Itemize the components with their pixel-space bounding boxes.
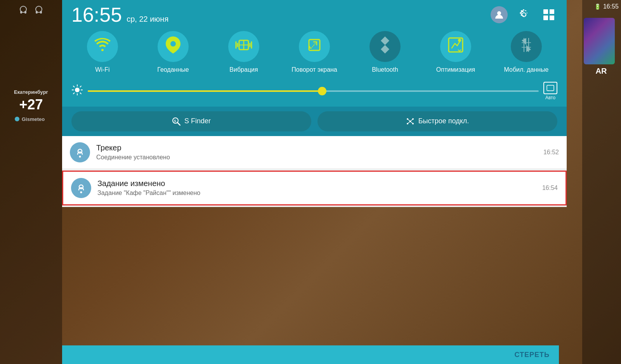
svg-line-24 bbox=[80, 93, 82, 94]
toggle-geodata[interactable]: Геоданные bbox=[142, 31, 204, 74]
qs-brightness: Авто bbox=[71, 82, 557, 100]
wifi-icon bbox=[94, 38, 111, 55]
toggle-label-geodata: Геоданные bbox=[157, 66, 189, 74]
svg-point-6 bbox=[15, 117, 19, 121]
toggle-circle-wifi bbox=[87, 31, 118, 62]
notif-time-tracker: 16:52 bbox=[543, 149, 559, 156]
toggle-optimization[interactable]: Оптимизация bbox=[425, 31, 487, 74]
svg-line-41 bbox=[410, 121, 413, 124]
notifications-area: Трекер Соединение установлено 16:52 Зада… bbox=[62, 136, 567, 207]
top-icons bbox=[17, 4, 45, 16]
notif-subtitle-task: Задание "Кафе "Райсан"" изменено bbox=[97, 190, 536, 197]
svg-line-40 bbox=[408, 121, 410, 124]
brightness-icon bbox=[71, 84, 83, 98]
qs-header: 16:55 ср, 22 июня bbox=[71, 5, 557, 25]
bluetooth-icon bbox=[378, 36, 392, 57]
s-finder-button[interactable]: S S Finder bbox=[71, 111, 311, 131]
svg-rect-10 bbox=[543, 16, 548, 20]
weather-widget: Екатеринбург +27 Gismeteo bbox=[14, 89, 48, 122]
svg-line-38 bbox=[408, 119, 410, 121]
svg-line-31 bbox=[177, 122, 180, 125]
toggle-circle-mobile-data bbox=[511, 31, 542, 62]
grid-icon[interactable] bbox=[540, 6, 557, 23]
toggle-wifi[interactable]: Wi-Fi bbox=[71, 31, 134, 74]
qs-time: 16:55 ср, 22 июня bbox=[71, 5, 168, 25]
toggle-vibration[interactable]: Вибрация bbox=[213, 31, 275, 74]
notif-title-task: Задание изменено bbox=[97, 179, 536, 188]
clear-button-label: СТЕРЕТЬ bbox=[515, 351, 550, 359]
quick-settings: 16:55 ср, 22 июня bbox=[62, 0, 567, 107]
notif-icon-tracker bbox=[70, 142, 90, 162]
notification-tracker[interactable]: Трекер Соединение установлено 16:52 bbox=[62, 136, 567, 169]
qs-finder-row: S S Finder Быстрое подкл. bbox=[62, 107, 567, 136]
notif-time-task: 16:54 bbox=[542, 185, 558, 191]
avatar-icon[interactable] bbox=[491, 6, 508, 23]
weather-temp: +27 bbox=[14, 97, 48, 113]
svg-text:S: S bbox=[174, 119, 176, 123]
toggle-label-optimization: Оптимизация bbox=[436, 66, 475, 74]
mobile-data-icon bbox=[518, 36, 535, 57]
rotation-icon bbox=[306, 36, 323, 57]
svg-rect-27 bbox=[547, 85, 554, 91]
toggle-mobile-data[interactable]: Мобил. данные bbox=[495, 31, 557, 74]
weather-city: Екатеринбург bbox=[14, 89, 48, 95]
gismeteo-label: Gismeteo bbox=[22, 116, 45, 122]
svg-rect-5 bbox=[40, 11, 42, 14]
toggle-circle-vibration bbox=[228, 31, 259, 62]
svg-rect-8 bbox=[543, 9, 548, 14]
app-card-1 bbox=[584, 18, 615, 64]
svg-point-18 bbox=[75, 88, 80, 92]
quick-connect-button[interactable]: Быстрое подкл. bbox=[317, 111, 557, 131]
svg-point-7 bbox=[497, 11, 501, 15]
notification-panel: 16:55 ср, 22 июня bbox=[62, 0, 567, 207]
svg-rect-4 bbox=[36, 11, 38, 14]
notif-content-task: Задание изменено Задание "Кафе "Райсан""… bbox=[97, 179, 536, 197]
brightness-auto-box bbox=[543, 82, 557, 94]
svg-rect-9 bbox=[550, 9, 554, 14]
svg-rect-11 bbox=[550, 16, 554, 20]
right-side: 🔋 16:55 AR bbox=[582, 0, 621, 364]
toggle-circle-optimization bbox=[440, 31, 471, 62]
svg-line-25 bbox=[80, 86, 82, 87]
app-cards: AR bbox=[584, 18, 619, 76]
location-icon bbox=[166, 36, 180, 57]
qs-date: ср, 22 июня bbox=[127, 15, 168, 24]
brightness-thumb bbox=[318, 87, 326, 95]
toggle-label-wifi: Wi-Fi bbox=[95, 66, 109, 74]
s-finder-label: S Finder bbox=[184, 117, 211, 125]
toggle-label-bluetooth: Bluetooth bbox=[372, 66, 398, 74]
quick-connect-label: Быстрое подкл. bbox=[418, 117, 469, 125]
optimization-icon bbox=[447, 36, 464, 57]
svg-rect-2 bbox=[24, 11, 26, 14]
clear-button[interactable]: СТЕРЕТЬ bbox=[62, 345, 559, 364]
toggle-label-rotation: Поворот экрана bbox=[291, 66, 337, 74]
qs-time-display: 16:55 bbox=[71, 5, 122, 25]
notif-icon-task bbox=[71, 178, 91, 198]
vibration-icon bbox=[235, 37, 252, 56]
headphone-icon-right bbox=[33, 4, 45, 16]
svg-point-17 bbox=[458, 39, 461, 42]
toggle-circle-geodata bbox=[158, 31, 189, 62]
brightness-auto[interactable]: Авто bbox=[543, 82, 557, 100]
brightness-slider[interactable] bbox=[88, 90, 539, 92]
toggle-rotation[interactable]: Поворот экрана bbox=[283, 31, 345, 74]
svg-rect-15 bbox=[309, 40, 320, 50]
battery-icon: 🔋 bbox=[594, 3, 601, 10]
headphone-icon-left bbox=[17, 4, 29, 16]
notif-content-tracker: Трекер Соединение установлено bbox=[96, 143, 537, 161]
brightness-fill bbox=[88, 90, 322, 92]
svg-line-39 bbox=[410, 119, 413, 121]
svg-line-23 bbox=[73, 86, 75, 87]
toggle-label-vibration: Вибрация bbox=[229, 66, 258, 74]
status-time: 16:55 bbox=[603, 3, 619, 10]
toggle-bluetooth[interactable]: Bluetooth bbox=[354, 31, 416, 74]
qs-header-icons bbox=[491, 6, 557, 23]
toggle-circle-bluetooth bbox=[369, 31, 401, 62]
qs-toggles: Wi-Fi Геоданные bbox=[71, 31, 557, 74]
notification-task-changed[interactable]: Задание изменено Задание "Кафе "Райсан""… bbox=[62, 171, 567, 205]
settings-icon[interactable] bbox=[515, 6, 533, 23]
notif-subtitle-tracker: Соединение установлено bbox=[96, 154, 537, 161]
toggle-circle-rotation bbox=[299, 31, 330, 62]
status-bar-right: 🔋 16:55 bbox=[594, 3, 619, 10]
notif-title-tracker: Трекер bbox=[96, 143, 537, 152]
